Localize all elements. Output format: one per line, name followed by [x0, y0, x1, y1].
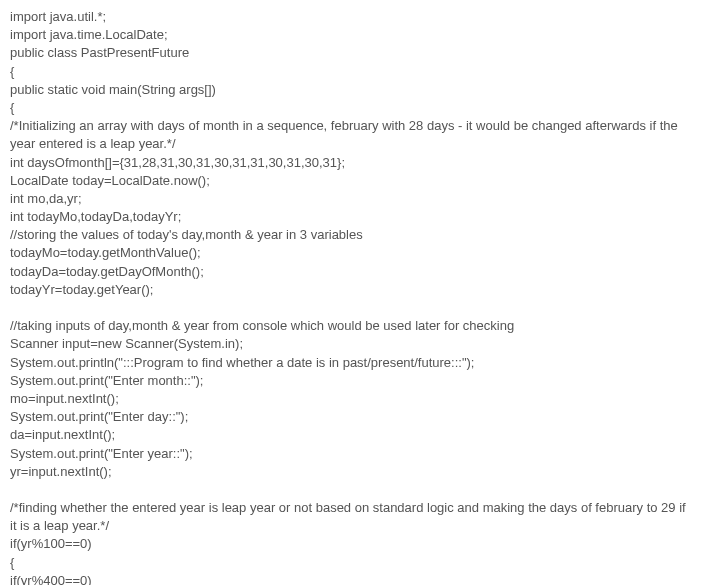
code-line: public class PastPresentFuture — [10, 44, 691, 62]
code-line: da=input.nextInt(); — [10, 426, 691, 444]
code-line: System.out.print("Enter day::"); — [10, 408, 691, 426]
code-line: { — [10, 99, 691, 117]
code-line: todayDa=today.getDayOfMonth(); — [10, 263, 691, 281]
code-line: { — [10, 554, 691, 572]
code-line: yr=input.nextInt(); — [10, 463, 691, 481]
code-line: int mo,da,yr; — [10, 190, 691, 208]
code-line: System.out.println(":::Program to find w… — [10, 354, 691, 372]
code-line: public static void main(String args[]) — [10, 81, 691, 99]
code-line: //storing the values of today's day,mont… — [10, 226, 691, 244]
code-line: import java.time.LocalDate; — [10, 26, 691, 44]
code-line: //taking inputs of day,month & year from… — [10, 317, 691, 335]
code-line: int daysOfmonth[]={31,28,31,30,31,30,31,… — [10, 154, 691, 172]
code-line: todayMo=today.getMonthValue(); — [10, 244, 691, 262]
code-line: if(yr%400==0) — [10, 572, 691, 585]
code-line: import java.util.*; — [10, 8, 691, 26]
code-line: int todayMo,todayDa,todayYr; — [10, 208, 691, 226]
code-line: /*Initializing an array with days of mon… — [10, 117, 691, 153]
code-line: System.out.print("Enter year::"); — [10, 445, 691, 463]
code-line: todayYr=today.getYear(); — [10, 281, 691, 299]
code-line: LocalDate today=LocalDate.now(); — [10, 172, 691, 190]
code-line: Scanner input=new Scanner(System.in); — [10, 335, 691, 353]
code-line — [10, 481, 691, 499]
code-line: { — [10, 63, 691, 81]
code-block: import java.util.*;import java.time.Loca… — [10, 8, 691, 585]
code-line — [10, 299, 691, 317]
code-line: System.out.print("Enter month::"); — [10, 372, 691, 390]
code-line: if(yr%100==0) — [10, 535, 691, 553]
code-line: mo=input.nextInt(); — [10, 390, 691, 408]
code-line: /*finding whether the entered year is le… — [10, 499, 691, 535]
